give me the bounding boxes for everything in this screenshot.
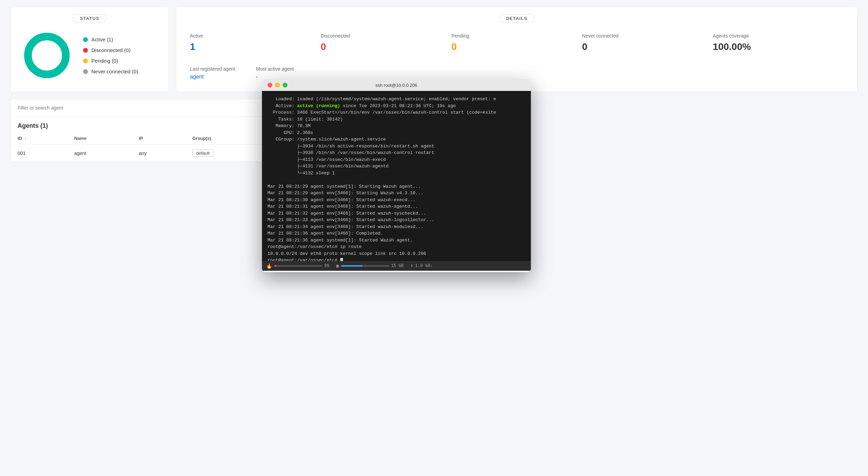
ssh-terminal-body[interactable]: Loaded: loaded (/lib/systemd/system/wazu… xyxy=(262,91,531,261)
legend-pending: Pending (0) xyxy=(83,58,138,64)
donut-chart xyxy=(21,30,73,81)
legend-active: Active (1) xyxy=(83,37,138,42)
active-status-text: active (running) xyxy=(297,103,340,108)
ssh-line-9: ├─4113 /var/ossec/bin/wazuh-execd xyxy=(268,156,525,163)
ssh-line-15: Mar 21 08:21:30 agent env[3466]: Started… xyxy=(268,197,525,204)
terminal-cursor xyxy=(340,258,343,261)
detail-pending-value: 0 xyxy=(451,41,582,52)
ssh-window-title: ssh root@10.0.0.206 xyxy=(376,83,417,88)
never-dot xyxy=(83,69,88,74)
detail-coverage-label: Agents coverage xyxy=(713,33,844,39)
cell-name: agent xyxy=(67,145,132,162)
col-groups[interactable]: Group(s) xyxy=(185,132,272,145)
ssh-line-2: Process: 3466 ExecStart=/usr/bin/env /va… xyxy=(268,109,525,116)
detail-coverage-value: 100.00% xyxy=(713,41,844,52)
status-panel: STATUS Active (1) Disconnected (0) xyxy=(10,7,169,92)
details-panel-title: DETAILS xyxy=(499,14,535,23)
net-status: ⬇ 1.0 kB↓ xyxy=(411,263,433,269)
col-ip[interactable]: IP xyxy=(132,132,185,145)
agents-header: Agents (1) xyxy=(11,117,272,132)
details-grid: Active 1 Disconnected 0 Pending 0 Never … xyxy=(190,30,844,56)
ssh-line-1: Active: active (running) since Tue 2023-… xyxy=(268,103,525,110)
most-active-label: Most active agent xyxy=(256,66,294,72)
ssh-line-13: Mar 21 08:21:29 agent systemd[1]: Starti… xyxy=(268,183,525,190)
mem-status: ▦ 15 GB xyxy=(336,263,403,269)
ssh-line-4: Memory: 70.3M xyxy=(268,123,525,130)
ssh-line-0: Loaded: loaded (/lib/systemd/system/wazu… xyxy=(268,96,525,103)
last-registered-label: Last registered agent xyxy=(190,66,235,72)
cpu-value: 6% xyxy=(324,263,329,268)
detail-coverage: Agents coverage 100.00% xyxy=(713,30,844,56)
status-panel-title: STATUS xyxy=(73,14,107,23)
last-registered-item: Last registered agent agent xyxy=(190,66,235,80)
status-legend: Active (1) Disconnected (0) Pending (0) … xyxy=(83,37,138,74)
legend-never-label: Never connected (0) xyxy=(91,69,138,74)
ssh-line-10: ├─4131 /var/ossec/bin/wazuh-agentd xyxy=(268,163,525,170)
legend-disconnected: Disconnected (0) xyxy=(83,47,138,53)
window-close-button[interactable] xyxy=(268,83,272,87)
last-registered-value[interactable]: agent xyxy=(190,74,235,80)
window-maximize-button[interactable] xyxy=(283,83,287,87)
net-value: 1.0 kB↓ xyxy=(415,263,432,268)
ssh-line-6: CGroup: /system.slice/wazuh-agent.servic… xyxy=(268,136,525,143)
ssh-line-18: Mar 21 08:21:33 agent env[3466]: Started… xyxy=(268,217,525,224)
ssh-line-14: Mar 21 08:21:29 agent env[3466]: Startin… xyxy=(268,190,525,197)
detail-disconnected-label: Disconnected xyxy=(321,33,451,39)
legend-never: Never connected (0) xyxy=(83,69,138,74)
cell-groups: default xyxy=(185,145,272,162)
cell-ip: any xyxy=(132,145,185,162)
window-minimize-button[interactable] xyxy=(275,83,280,87)
ssh-line-23: 10.0.0.0/24 dev eth0 proto kernel scope … xyxy=(268,250,525,257)
ssh-line-12 xyxy=(268,176,525,183)
ssh-line-3: Tasks: 10 (limit: 38142) xyxy=(268,116,525,123)
network-icon: ⬇ xyxy=(411,263,413,269)
sort-icon-id: ↑ xyxy=(25,136,27,141)
detail-never: Never connected 0 xyxy=(582,30,713,56)
col-name[interactable]: Name xyxy=(67,132,132,145)
ssh-line-7: ├─3934 /bin/sh active-response/bin/resta… xyxy=(268,143,525,150)
cpu-status: 🔥 6% xyxy=(266,263,329,269)
group-badge: default xyxy=(192,149,213,157)
mem-value: 15 GB xyxy=(391,263,404,268)
col-id[interactable]: ID ↑ xyxy=(11,132,67,145)
ssh-line-16: Mar 21 08:21:31 agent env[3466]: Started… xyxy=(268,203,525,210)
detail-active: Active 1 xyxy=(190,30,321,56)
mem-icon: ▦ xyxy=(336,263,339,269)
status-content: Active (1) Disconnected (0) Pending (0) … xyxy=(21,30,158,81)
most-active-item: Most active agent - xyxy=(256,66,294,80)
ssh-line-8: ├─3938 /bin/sh /var/ossec/bin/wazuh-cont… xyxy=(268,149,525,156)
cpu-icon: 🔥 xyxy=(266,263,272,269)
detail-active-value: 1 xyxy=(190,41,321,52)
ssh-statusbar: 🔥 6% ▦ 15 GB ⬇ 1.0 kB↓ xyxy=(262,261,531,271)
detail-never-value: 0 xyxy=(582,41,713,52)
mem-bar-track xyxy=(341,265,389,267)
legend-active-label: Active (1) xyxy=(91,37,113,42)
agents-section: Agents (1) ID ↑ Name IP Group(s) 001 age… xyxy=(10,99,272,162)
disconnected-dot xyxy=(83,48,88,53)
ssh-line-11: └─4132 sleep 1 xyxy=(268,170,525,177)
ssh-line-24: root@agent:/var/ossec/etc# xyxy=(268,257,525,261)
ssh-line-17: Mar 21 08:21:32 agent env[3466]: Started… xyxy=(268,210,525,217)
search-bar[interactable] xyxy=(11,99,272,117)
cpu-bar-fill xyxy=(274,265,277,267)
ssh-window[interactable]: ssh root@10.0.0.206 Loaded: loaded (/lib… xyxy=(262,79,531,272)
mem-bar-fill xyxy=(341,265,363,267)
active-dot xyxy=(83,37,88,42)
status-panel-header: STATUS xyxy=(21,14,158,23)
ssh-line-21: Mar 21 08:21:36 agent systemd[1]: Starte… xyxy=(268,237,525,244)
ssh-line-19: Mar 21 08:21:34 agent env[3466]: Started… xyxy=(268,224,525,230)
ssh-line-5: CPU: 2.368s xyxy=(268,130,525,136)
detail-active-label: Active xyxy=(190,33,321,39)
legend-disconnected-label: Disconnected (0) xyxy=(91,47,130,53)
details-bottom: Last registered agent agent Most active … xyxy=(190,66,844,80)
ssh-line-22: root@agent:/var/ossec/etc# ip route xyxy=(268,244,525,250)
detail-pending: Pending 0 xyxy=(451,30,582,56)
agents-table: ID ↑ Name IP Group(s) 001 agent any defa… xyxy=(11,132,272,162)
pending-dot xyxy=(83,59,88,63)
details-panel-header: DETAILS xyxy=(190,14,844,23)
table-row[interactable]: 001 agent any default xyxy=(11,145,272,162)
search-input[interactable] xyxy=(18,105,265,111)
ssh-line-20: Mar 21 08:21:36 agent env[3466]: Complet… xyxy=(268,230,525,237)
detail-never-label: Never connected xyxy=(582,33,713,39)
detail-disconnected-value: 0 xyxy=(321,41,451,52)
